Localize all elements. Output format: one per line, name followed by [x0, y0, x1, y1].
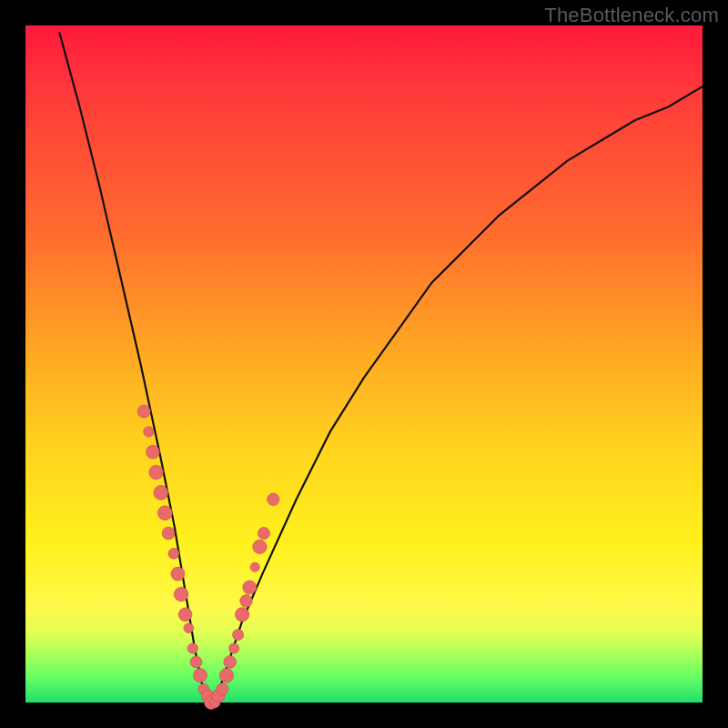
sample-dot	[144, 427, 154, 437]
sample-dot	[137, 405, 150, 418]
sample-dot	[193, 669, 207, 682]
sample-dot	[174, 587, 188, 602]
sample-dot	[147, 445, 160, 459]
sample-dot	[162, 527, 175, 540]
sample-dot	[219, 668, 234, 682]
watermark-text: TheBottleneck.com	[544, 4, 719, 27]
sample-dot	[224, 656, 237, 669]
sample-dot	[243, 581, 257, 594]
dots-group	[137, 405, 279, 709]
sample-dot	[184, 623, 194, 633]
plot-area	[25, 25, 703, 703]
curve-svg	[25, 25, 703, 703]
sample-dot	[250, 562, 259, 571]
sample-dot	[253, 540, 267, 553]
sample-dot	[190, 656, 202, 668]
sample-dot	[149, 465, 164, 480]
sample-dot	[258, 527, 269, 539]
sample-dot	[171, 567, 185, 581]
sample-dot	[233, 630, 244, 641]
chart-frame: TheBottleneck.com	[0, 0, 728, 728]
sample-dot	[168, 548, 179, 559]
sample-dot	[240, 595, 253, 608]
sample-dot	[217, 683, 228, 695]
sample-dot	[235, 608, 248, 622]
sample-dot	[154, 486, 168, 500]
sample-dot	[178, 608, 192, 622]
sample-dot	[187, 643, 197, 653]
sample-dot	[268, 493, 279, 505]
sample-dot	[229, 643, 239, 653]
bottleneck-curve	[59, 32, 703, 703]
sample-dot	[157, 506, 172, 521]
